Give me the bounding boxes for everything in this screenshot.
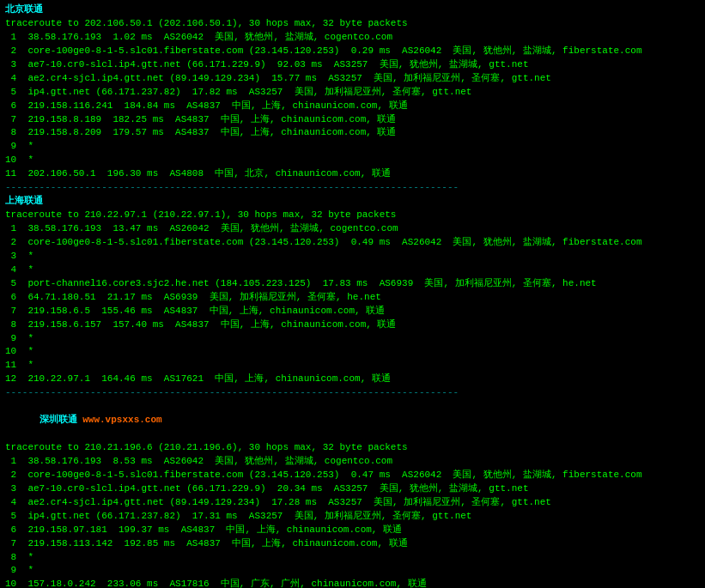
shanghai-line-3: 3 * [5,250,700,264]
shanghai-line-7: 7 219.158.6.5 155.46 ms AS4837 中国, 上海, c… [5,305,700,318]
divider-2: ----------------------------------------… [5,386,700,400]
shenzhen-line-3: 3 ae7-10.cr0-slcl.ip4.gtt.net (66.171.22… [5,482,700,496]
beijing-line-5: 5 ip4.gtt.net (66.171.237.82) 17.82 ms A… [5,86,700,100]
shanghai-line-11: 11 * [5,359,700,373]
beijing-line-10: 10 * [5,154,700,167]
beijing-line-0: traceroute to 202.106.50.1 (202.106.50.1… [5,17,700,31]
section-shenzhen-title: 深圳联通 [40,415,77,425]
shanghai-line-12: 12 210.22.97.1 164.46 ms AS17621 中国, 上海,… [5,373,700,386]
terminal-output: 北京联通 traceroute to 202.106.50.1 (202.106… [5,3,700,588]
shenzhen-line-4: 4 ae2.cr4-sjcl.ip4.gtt.net (89.149.129.2… [5,496,700,510]
section-shenzhen-header: 深圳联通 www.vpsxxs.com [5,400,700,441]
section-shenzhen: 深圳联通 www.vpsxxs.com traceroute to 210.21… [5,400,700,588]
shanghai-line-6: 6 64.71.180.51 21.17 ms AS6939 美国, 加利福尼亚… [5,291,700,305]
shenzhen-line-7: 7 219.158.113.142 192.85 ms AS4837 中国, 上… [5,537,700,551]
beijing-line-2: 2 core-100ge0-8-1-5.slc01.fiberstate.com… [5,45,700,58]
beijing-line-1: 1 38.58.176.193 1.02 ms AS26042 美国, 犹他州,… [5,31,700,45]
shanghai-line-4: 4 * [5,264,700,277]
shanghai-line-5: 5 port-channel16.core3.sjc2.he.net (184.… [5,277,700,291]
section-shenzhen-url: www.vpsxxs.com [82,415,161,425]
section-shanghai: 上海联通 traceroute to 210.22.97.1 (210.22.9… [5,195,700,386]
section-beijing: 北京联通 traceroute to 202.106.50.1 (202.106… [5,3,700,181]
beijing-line-11: 11 202.106.50.1 196.30 ms AS4808 中国, 北京,… [5,167,700,181]
shanghai-line-10: 10 * [5,345,700,359]
shanghai-line-8: 8 219.158.6.157 157.40 ms AS4837 中国, 上海,… [5,318,700,332]
shanghai-line-9: 9 * [5,332,700,346]
beijing-line-8: 8 219.158.8.209 179.57 ms AS4837 中国, 上海,… [5,126,700,140]
shenzhen-line-0: traceroute to 210.21.196.6 (210.21.196.6… [5,441,700,455]
beijing-line-9: 9 * [5,140,700,154]
shanghai-line-1: 1 38.58.176.193 13.47 ms AS26042 美国, 犹他州… [5,222,700,236]
divider-1: ----------------------------------------… [5,181,700,195]
shanghai-line-0: traceroute to 210.22.97.1 (210.22.97.1),… [5,209,700,222]
shenzhen-line-5: 5 ip4.gtt.net (66.171.237.82) 17.31 ms A… [5,510,700,524]
shenzhen-line-1: 1 38.58.176.193 8.53 ms AS26042 美国, 犹他州,… [5,455,700,469]
section-shanghai-title: 上海联通 [5,195,700,209]
shenzhen-line-8: 8 * [5,551,700,565]
shanghai-line-2: 2 core-100ge0-8-1-5.slc01.fiberstate.com… [5,236,700,250]
shenzhen-line-6: 6 219.158.97.181 199.37 ms AS4837 中国, 上海… [5,524,700,537]
beijing-line-3: 3 ae7-10.cr0-slcl.ip4.gtt.net (66.171.22… [5,58,700,72]
shenzhen-line-10: 10 157.18.0.242 233.06 ms AS17816 中国, 广东… [5,578,700,588]
shenzhen-line-2: 2 core-100ge0-8-1-5.slc01.fiberstate.com… [5,469,700,482]
shenzhen-line-9: 9 * [5,564,700,578]
beijing-line-4: 4 ae2.cr4-sjcl.ip4.gtt.net (89.149.129.2… [5,72,700,86]
section-beijing-title: 北京联通 [5,3,700,17]
beijing-line-6: 6 219.158.116.241 184.84 ms AS4837 中国, 上… [5,100,700,113]
beijing-line-7: 7 219.158.8.189 182.25 ms AS4837 中国, 上海,… [5,113,700,127]
